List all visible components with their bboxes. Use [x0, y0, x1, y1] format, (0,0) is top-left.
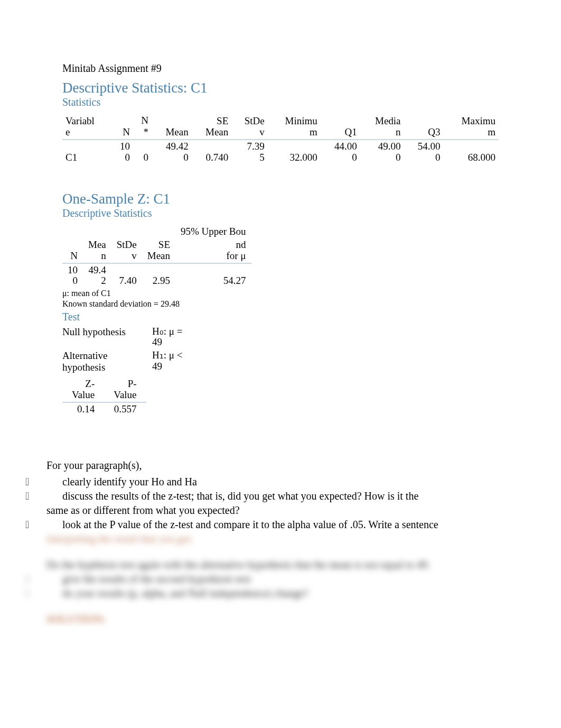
cell-q1: 44.000: [321, 140, 360, 164]
table-row: 0.14 0.557: [62, 402, 146, 416]
col-pvalue: P-Value: [104, 377, 146, 402]
bullet-icon: : [25, 489, 62, 503]
col-median: Median: [360, 114, 404, 140]
cell-max: 68.000: [443, 140, 499, 164]
col-stdev: StDev: [231, 114, 267, 140]
bullet-row:  do your results (p, alpha, and Null in…: [62, 586, 499, 601]
bullet-row:  clearly identify your Ho and Ha: [62, 475, 499, 489]
col-z-n: N: [62, 238, 83, 263]
alt-hypothesis-value: H₁: μ <49: [152, 350, 194, 373]
footnote-sigma: Known standard deviation = 29.48: [62, 299, 499, 309]
cell-z-semean: 2.95: [142, 263, 175, 288]
bullet-continuation: same as or different from what you expec…: [46, 503, 499, 518]
col-mean: Mean: [152, 114, 192, 140]
null-hypothesis-label: Null hypothesis: [62, 326, 152, 348]
cell-n: 100: [110, 140, 133, 164]
alt-hypothesis-row: Alternativehypothesis H₁: μ <49: [62, 350, 499, 373]
section-2-subtitle: Descriptive Statistics: [62, 207, 499, 219]
alt-hypothesis-label: Alternativehypothesis: [62, 350, 152, 373]
paragraph-block: For your paragraph(s),  clearly identif…: [62, 458, 499, 626]
table-row: C1 100 0 49.420 0.740 7.395 32.000 44.00…: [62, 140, 499, 164]
blurred-text: do your results (p, alpha, and Null inde…: [62, 586, 499, 601]
bullet-text: clearly identify your Ho and Ha: [62, 475, 499, 489]
cell-pvalue: 0.557: [104, 402, 146, 416]
col-semean: SEMean: [192, 114, 232, 140]
col-variable: Variable: [62, 114, 110, 140]
cell-zvalue: 0.14: [62, 402, 104, 416]
doc-title: Minitab Assignment #9: [62, 62, 499, 75]
cell-stdev: 7.395: [231, 140, 267, 164]
col-z-ub: ndfor μ: [175, 238, 251, 263]
section-1-title: Descriptive Statistics: C1: [62, 80, 499, 96]
table-row: 100 49.42 7.40 2.95 54.27: [62, 263, 251, 288]
cell-q3: 54.000: [404, 140, 444, 164]
bullet-icon: : [25, 586, 62, 601]
paragraph-lead: For your paragraph(s),: [46, 458, 499, 473]
blurred-text: SOLUTION:: [46, 612, 499, 626]
col-z-mean: Mean: [83, 238, 111, 263]
col-z-stdev: StDev: [111, 238, 142, 263]
cell-nstar: 0: [133, 140, 152, 164]
bullet-text: discuss the results of the z-test; that …: [62, 489, 499, 503]
cell-mean: 49.420: [152, 140, 192, 164]
bullet-row:  give the results of the second hypothe…: [62, 572, 499, 586]
cell-z-ub: 54.27: [175, 263, 251, 288]
cell-median: 49.000: [360, 140, 404, 164]
col-nstar: N*: [133, 114, 152, 140]
bullet-icon: : [25, 518, 62, 532]
col-max: Maximum: [443, 114, 499, 140]
footnote-mu: μ: mean of C1: [62, 289, 499, 298]
test-heading: Test: [62, 311, 499, 323]
bullet-icon: : [25, 572, 62, 586]
null-hypothesis-value: H₀: μ =49: [152, 326, 194, 348]
col-min: Minimum: [268, 114, 321, 140]
col-q1: Q1: [321, 114, 360, 140]
z-p-table: Z-Value P-Value 0.14 0.557: [62, 377, 146, 416]
cell-variable: C1: [62, 140, 110, 164]
section-1-subtitle: Statistics: [62, 96, 499, 108]
cell-z-stdev: 7.40: [111, 263, 142, 288]
bullet-row:  discuss the results of the z-test; tha…: [62, 489, 499, 503]
col-q3: Q3: [404, 114, 444, 140]
bullet-text: look at the P value of the z-test and co…: [62, 518, 499, 532]
blurred-text: give the results of the second hypothesi…: [62, 572, 499, 586]
cell-min: 32.000: [268, 140, 321, 164]
z-descriptive-table: 95% Upper Bou N Mean StDev SEMean ndfor …: [62, 225, 251, 288]
col-n: N: [110, 114, 133, 140]
blurred-text: Do the hypthesis test again with the alt…: [46, 558, 499, 572]
col-zvalue: Z-Value: [62, 377, 104, 402]
bullet-icon: : [25, 475, 62, 489]
blurred-text: interpreting the result that you got.: [46, 532, 499, 546]
cell-z-n: 100: [62, 263, 83, 288]
section-2-title: One-Sample Z: C1: [62, 191, 499, 207]
cell-z-mean: 49.42: [83, 263, 111, 288]
bullet-row:  look at the P value of the z-test and …: [62, 518, 499, 532]
col-z-semean: SEMean: [142, 238, 175, 263]
col-ub-top: 95% Upper Bou: [175, 225, 251, 238]
cell-semean: 0.740: [192, 140, 232, 164]
descriptive-stats-table: Variable N N* Mean SEMean StDev Minimum …: [62, 114, 499, 164]
null-hypothesis-row: Null hypothesis H₀: μ =49: [62, 326, 499, 348]
